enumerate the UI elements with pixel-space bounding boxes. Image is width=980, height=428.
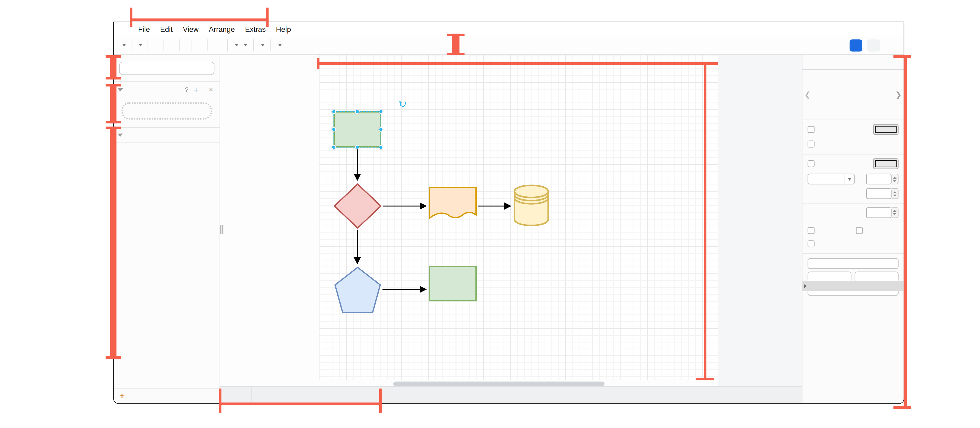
line-width-stepper[interactable] xyxy=(866,174,898,184)
line-checkbox[interactable] xyxy=(808,160,815,167)
redo-icon xyxy=(172,38,176,52)
zoom-level-dropdown[interactable] xyxy=(136,44,144,46)
annotation-menu-line xyxy=(131,19,269,21)
close-button[interactable] xyxy=(867,40,880,52)
scratchpad-add-icon[interactable]: + xyxy=(194,85,199,95)
more-shapes-button[interactable]: + xyxy=(114,388,220,403)
node-approval[interactable] xyxy=(334,266,381,314)
to-back-icon[interactable] xyxy=(200,38,204,52)
delete-icon[interactable] xyxy=(184,38,188,52)
annotation-canvas-line xyxy=(318,62,718,65)
style-presets: ❮ ❯ xyxy=(802,70,904,119)
page-tab-bar xyxy=(220,386,802,403)
format-panel: ❮ ❯ xyxy=(802,55,904,403)
annotation-scratchpad-label xyxy=(0,88,111,98)
selection-outline xyxy=(334,111,381,147)
zoom-out-icon[interactable] xyxy=(156,38,160,52)
toolbar xyxy=(114,36,904,55)
scratchpad-hint xyxy=(121,102,212,119)
node-choice[interactable] xyxy=(334,183,382,229)
fullscreen-icon[interactable] xyxy=(885,38,889,52)
add-icon: + xyxy=(119,391,124,401)
line-color-swatch[interactable] xyxy=(873,159,899,169)
fill-color-icon[interactable] xyxy=(212,38,216,52)
drawio-window: FileEditViewArrangeExtrasHelp xyxy=(113,22,904,404)
paste-style-button[interactable] xyxy=(855,271,899,282)
gradient-checkbox[interactable] xyxy=(808,140,815,147)
fill-checkbox[interactable] xyxy=(808,126,815,133)
shadow-icon[interactable] xyxy=(220,38,223,52)
line-style-dropdown[interactable] xyxy=(808,174,855,184)
menu-item-file[interactable]: File xyxy=(133,25,155,33)
perimeter-stepper[interactable] xyxy=(866,188,898,199)
copy-style-button[interactable] xyxy=(808,271,851,282)
scratchpad-header[interactable]: ? + × xyxy=(114,82,220,97)
menu-item-edit[interactable]: Edit xyxy=(155,25,178,33)
menu-bar: FileEditViewArrangeExtrasHelp xyxy=(114,22,904,36)
section-general[interactable] xyxy=(114,128,220,142)
waypoints-icon[interactable] xyxy=(241,38,250,52)
screenshot-stage: FileEditViewArrangeExtrasHelp xyxy=(0,0,980,428)
sketch-checkbox[interactable] xyxy=(808,240,815,247)
scratchpad-help-icon[interactable]: ? xyxy=(185,86,189,94)
connection-icon[interactable] xyxy=(232,38,241,52)
rounded-checkbox[interactable] xyxy=(808,227,815,234)
node-store-record[interactable] xyxy=(514,184,549,227)
annotation-pages-line xyxy=(220,403,382,405)
format-toggle-icon[interactable] xyxy=(894,38,898,52)
add-page-button[interactable] xyxy=(235,387,252,403)
node-write-record[interactable] xyxy=(429,187,477,224)
node-final[interactable] xyxy=(429,266,477,301)
edit-style-button[interactable] xyxy=(808,258,899,269)
shape-grid xyxy=(114,143,220,152)
menu-item-view[interactable]: View xyxy=(178,25,204,33)
view-dropdown[interactable] xyxy=(119,38,128,52)
scrollbar-thumb[interactable] xyxy=(393,382,605,386)
presets-prev-icon[interactable]: ❮ xyxy=(804,90,811,99)
drawing-canvas[interactable] xyxy=(220,55,802,386)
shapes-sidebar: ? + × + xyxy=(114,55,220,403)
property-table-header[interactable] xyxy=(802,281,904,291)
horizontal-scrollbar[interactable] xyxy=(220,378,802,386)
collapse-icon xyxy=(118,133,123,137)
undo-icon[interactable] xyxy=(168,38,172,52)
diagram-page[interactable] xyxy=(319,55,718,380)
pages-menu-icon[interactable] xyxy=(220,387,235,403)
publish-button[interactable] xyxy=(850,40,862,52)
table-icon[interactable] xyxy=(275,38,284,52)
zoom-in-icon[interactable] xyxy=(152,38,156,52)
presets-next-icon[interactable]: ❯ xyxy=(895,90,902,99)
drawio-logo-icon xyxy=(118,24,128,34)
search-shapes-input[interactable] xyxy=(119,62,215,75)
scratchpad-dropzone[interactable] xyxy=(114,97,220,127)
sidebar-splitter[interactable] xyxy=(220,225,224,234)
collapse-icon xyxy=(118,88,123,91)
shadow-checkbox[interactable] xyxy=(856,227,863,234)
scratchpad-close-icon[interactable]: × xyxy=(209,85,213,94)
node-start[interactable] xyxy=(334,111,381,147)
expand-icon xyxy=(804,284,807,288)
line-color-icon[interactable] xyxy=(216,38,220,52)
opacity-stepper[interactable] xyxy=(866,207,898,218)
menu-item-help[interactable]: Help xyxy=(271,25,296,33)
menu-items: FileEditViewArrangeExtrasHelp xyxy=(133,25,296,33)
fill-color-swatch[interactable] xyxy=(873,124,899,135)
to-front-icon[interactable] xyxy=(196,38,200,52)
menu-item-arrange[interactable]: Arrange xyxy=(204,25,240,33)
insert-icon[interactable] xyxy=(258,38,267,52)
